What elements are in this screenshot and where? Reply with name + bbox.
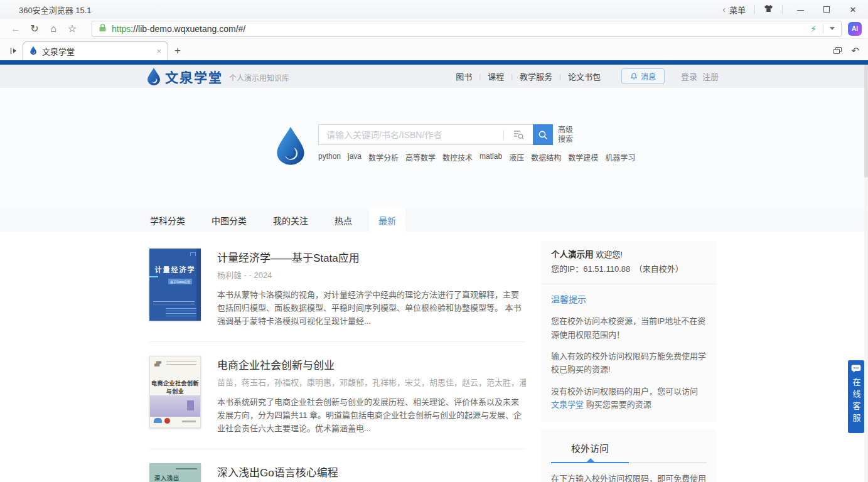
ai-assistant-button[interactable]: AI: [848, 22, 862, 36]
book-cover[interactable]: 深入浅出 Go语言核心编程: [149, 463, 201, 482]
ip-value: 61.51.110.88: [583, 264, 630, 274]
hot-keyword[interactable]: 数学建模: [568, 152, 598, 163]
book-title-link[interactable]: 电商企业社会创新与创业: [217, 356, 526, 372]
nav-item-courses[interactable]: 课程: [481, 70, 511, 82]
nav-item-teaching-services[interactable]: 教学服务: [513, 70, 559, 82]
restore-tabs-icon[interactable]: [833, 47, 842, 55]
account-notice-box: 个人演示用 欢迎您! 您的IP：61.51.110.88 （来自校外） 温馨提示…: [541, 241, 717, 422]
tab-list-toggle[interactable]: [5, 41, 23, 60]
tab-my-follows[interactable]: 我的关注: [264, 208, 318, 232]
nav-item-books[interactable]: 图书: [449, 70, 479, 82]
messages-button[interactable]: 消息: [621, 68, 665, 84]
close-button[interactable]: ✕: [844, 5, 862, 14]
back-button[interactable]: ←: [6, 23, 25, 35]
cover-title: 电商企业社会创新与创业: [150, 379, 200, 395]
theme-skin-icon[interactable]: [764, 4, 773, 14]
online-service-widget[interactable]: 在线客服: [848, 360, 864, 433]
chevron-down-icon[interactable]: [830, 27, 835, 30]
hot-keywords: python java 数学分析 高等数学 数控技术 matlab 液压 数据结…: [318, 152, 635, 163]
hot-keyword[interactable]: 液压: [509, 152, 524, 163]
tab-hot[interactable]: 热点: [325, 208, 362, 232]
url-scheme: https: [112, 24, 131, 34]
register-link[interactable]: 注册: [702, 70, 719, 82]
undo-closed-tab-icon[interactable]: ↶: [851, 45, 859, 56]
welcome-line: 个人演示用 欢迎您!: [551, 248, 707, 262]
minimize-button[interactable]: [791, 5, 809, 14]
category-tabs: 学科分类 中图分类 我的关注 热点 最新: [0, 208, 868, 232]
off-campus-access-box: 校外访问 在下方输入校外访问权限码，即可免费使用学校已购买的资源。 进入: [541, 430, 717, 482]
site-nav: 图书 | 课程 | 教学服务 | 论文书包: [449, 70, 608, 82]
tip-text: 输入有效的校外访问权限码方能免费使用学校已购买的资源!: [551, 350, 707, 377]
list-item: 计量经济学 基于Stata应用 计量经济学——基于Stata应用 杨利雄 - -…: [149, 249, 526, 342]
list-item: ▟▛ 电商企业社会创新与创业 电商企业社会创新与创业 苗苗，蒋玉石，孙福权，康明…: [149, 356, 526, 449]
tab-latest[interactable]: 最新: [369, 208, 405, 232]
page-scrollbar[interactable]: [864, 65, 868, 482]
cover-title: 计量经济学: [149, 264, 201, 274]
book-title-link[interactable]: 计量经济学——基于Stata应用: [217, 249, 526, 265]
divider: [823, 24, 823, 33]
address-bar[interactable]: https://lib-demo.wqxuetang.com/#/ ⚡: [92, 21, 842, 37]
bookmark-star-button[interactable]: ☆: [63, 23, 82, 35]
browser-menu-button[interactable]: ‹ 菜单: [722, 4, 746, 16]
login-link[interactable]: 登录: [681, 70, 697, 82]
page-viewport: 文泉学堂 个人演示用知识库 图书 | 课程 | 教学服务 | 论文书包 消息 登…: [0, 65, 868, 482]
refresh-button[interactable]: ↻: [25, 23, 44, 35]
divider: [782, 5, 783, 14]
online-service-label: 在线客服: [850, 378, 862, 426]
hot-keyword[interactable]: matlab: [480, 152, 502, 163]
tab-subject-category[interactable]: 学科分类: [141, 208, 195, 232]
right-sidebar: 个人演示用 欢迎您! 您的IP：61.51.110.88 （来自校外） 温馨提示…: [541, 241, 717, 482]
browser-tab-wqxuetang[interactable]: 文泉学堂 ×: [23, 41, 168, 60]
bell-icon: [630, 72, 638, 80]
hot-keyword[interactable]: 数控技术: [442, 152, 473, 163]
book-description: 本书从蒙特卡洛模拟的视角，对计量经济学中经典的理论方法进行了直观解释，主要包括回…: [217, 288, 526, 328]
book-description: 本书系统研究了电商企业社会创新与创业的发展历程、相关理论、评价体系以及未来发展方…: [217, 395, 526, 435]
cover-subtitle: 基于Stata应用: [168, 279, 192, 284]
active-tab-accent-strip: [0, 60, 868, 65]
hot-keyword[interactable]: 数学分析: [368, 152, 399, 163]
chevron-left-icon: ‹: [722, 4, 726, 14]
batch-search-icon[interactable]: [513, 129, 524, 142]
cover-title: 深入浅出: [154, 474, 201, 482]
hot-keyword[interactable]: 机器学习: [605, 152, 635, 163]
ip-line: 您的IP：61.51.110.88 （来自校外）: [551, 262, 707, 276]
tab-pointer-icon: [587, 458, 594, 462]
book-meta: 苗苗，蒋玉石，孙福权，康明惠，邓馥郁，孔祥彬，宋艾，胡思佳，赵云，范太胜，潘津，…: [217, 376, 526, 388]
browser-titlebar: 360安全浏览器 15.1 ‹ 菜单 ✕: [0, 0, 868, 19]
search-icon: [538, 130, 548, 140]
ip-note: （来自校外）: [638, 264, 683, 274]
maximize-icon: [823, 6, 830, 13]
wqxuetang-link[interactable]: 文泉学堂: [551, 400, 584, 409]
tip-text: 没有校外访问权限码的用户，您可以访问 文泉学堂 购买您需要的资源: [551, 385, 707, 412]
divider: [754, 5, 755, 14]
browser-toolbar: ← ↻ ⌂ ☆ https://lib-demo.wqxuetang.com/#…: [0, 19, 868, 39]
book-meta: 杨利雄 - - 2024: [217, 269, 526, 281]
search-button[interactable]: [533, 124, 553, 145]
tips-title: 温馨提示: [551, 292, 707, 307]
hot-keyword[interactable]: python: [318, 152, 341, 163]
main-content: 计量经济学 基于Stata应用 计量经济学——基于Stata应用 杨利雄 - -…: [0, 232, 868, 482]
advanced-search-link[interactable]: 高级 搜索: [558, 126, 573, 144]
tab-clc-category[interactable]: 中图分类: [202, 208, 256, 232]
tab-close-icon[interactable]: ×: [156, 46, 161, 56]
maximize-button[interactable]: [818, 5, 835, 14]
hot-keyword[interactable]: 数据结构: [531, 152, 561, 163]
search-hero-section: 高级 搜索 python java 数学分析 高等数学 数控技术 matlab …: [0, 88, 868, 208]
menu-label: 菜单: [729, 4, 746, 16]
book-cover[interactable]: ▟▛ 电商企业社会创新与创业: [149, 356, 201, 428]
new-tab-button[interactable]: +: [168, 41, 187, 60]
book-list: 计量经济学 基于Stata应用 计量经济学——基于Stata应用 杨利雄 - -…: [149, 249, 526, 482]
book-cover[interactable]: 计量经济学 基于Stata应用: [149, 249, 201, 321]
site-logo-text: 文泉学堂: [165, 67, 223, 86]
book-title-link[interactable]: 深入浅出Go语言核心编程: [217, 464, 526, 479]
ssl-lock-icon: [99, 23, 107, 34]
hot-keyword[interactable]: java: [348, 152, 362, 163]
site-logo[interactable]: 文泉学堂: [146, 67, 223, 86]
nav-item-paper-bag[interactable]: 论文书包: [561, 70, 608, 82]
scrollbar-thumb[interactable]: [864, 65, 868, 178]
home-button[interactable]: ⌂: [44, 23, 63, 35]
speed-mode-icon[interactable]: ⚡: [810, 24, 817, 34]
search-input[interactable]: [318, 124, 533, 145]
hot-keyword[interactable]: 高等数学: [405, 152, 436, 163]
logo-drop-icon: [146, 67, 161, 85]
